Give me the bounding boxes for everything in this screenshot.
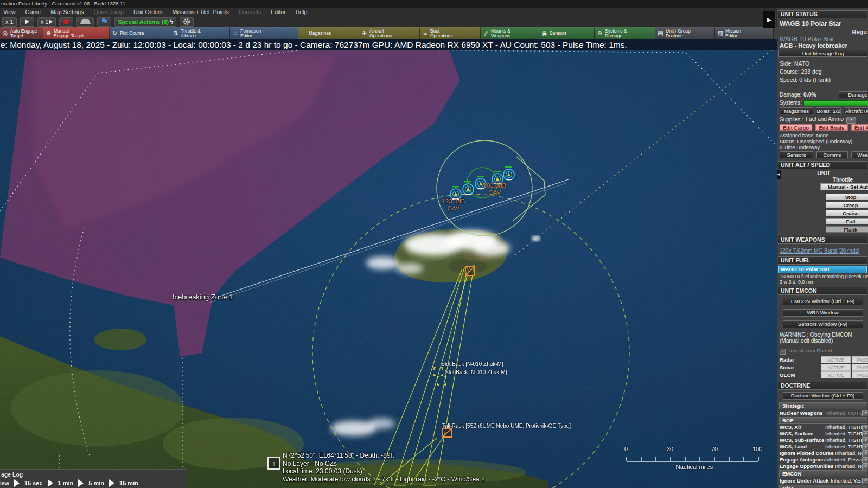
step-play-icon[interactable] <box>109 479 114 487</box>
unit-message-log-button[interactable]: Unit Message Log <box>778 50 867 57</box>
damage-value: 0.0% <box>803 91 816 98</box>
edit-aircraft-button[interactable]: Edit Aircra <box>851 124 868 131</box>
time-compression-step[interactable]: x 1 <box>37 17 56 27</box>
sensors-window-button[interactable]: Sensors Window (F9) <box>783 320 863 328</box>
throttle-flank-button[interactable]: Flank <box>826 226 868 233</box>
sensors-button[interactable]: ◉ Sensors <box>539 27 595 39</box>
hostile-facility-icon[interactable] <box>465 267 474 275</box>
emitter-label-2: Slot Back [N-010 Zhuk-M] <box>431 369 521 375</box>
boats-button[interactable]: Boats: 2/2 <box>816 107 841 114</box>
emcon-warning-1: WARNING : Obeying EMCON <box>777 332 868 338</box>
special-actions-button[interactable]: Special Actions (8) ϟ <box>114 17 176 27</box>
unit-emcon-header: UNIT EMCON <box>778 287 867 295</box>
systems-damage-button[interactable]: ⊗ Systems &Damage <box>595 27 655 39</box>
record-button[interactable] <box>59 17 73 27</box>
menu-game[interactable]: Game <box>25 9 41 15</box>
throttle-creep-button[interactable]: Creep <box>826 202 868 208</box>
throttle-label: Throttle <box>777 177 868 183</box>
step-play-icon[interactable] <box>78 479 84 487</box>
mounts-weapons-button[interactable]: ∕∕ Mounts &Weapons <box>481 27 539 39</box>
manual-engage-target-button[interactable]: ⊕ ManualEngage Target <box>43 27 110 39</box>
step-15sec[interactable]: 15 sec <box>24 480 43 486</box>
dropdown-icon[interactable]: ▼ <box>862 478 868 484</box>
view-label[interactable]: iew <box>0 480 9 486</box>
wcs-subsurface-value: Inherited, TIGHT <box>825 437 864 444</box>
menu-missions-ref-points[interactable]: Missions + Ref. Points <box>173 9 229 15</box>
magazines-button[interactable]: ≡ Magazines <box>298 27 359 39</box>
sensor-icon: ◉ <box>541 30 548 37</box>
ignore-plotted-course-label: Ignore Plotted Course <box>780 450 833 456</box>
radar-passive-button[interactable]: PASSIVE <box>852 356 868 363</box>
toolbar: x 1 x 1 Special Actions (8) ϟ <box>0 16 777 27</box>
app-window: eration Polar Liberty - Command v1.06 - … <box>0 0 868 488</box>
menu-editor[interactable]: Editor <box>271 9 285 15</box>
doctrine-window-button[interactable]: Doctrine Window (Ctrl + F9) <box>783 392 863 400</box>
step-play-icon[interactable] <box>14 479 20 487</box>
bookmark-button[interactable] <box>97 17 111 27</box>
step-1min[interactable]: 1 min <box>58 480 74 486</box>
unit-group-doctrine-button[interactable]: ▤ Unit / GroupDoctrine <box>655 27 715 39</box>
aircraft-button[interactable]: Aircraft: 0/0 <box>844 107 868 114</box>
dropdown-icon[interactable]: ▼ <box>862 410 868 416</box>
menu-view[interactable]: View <box>3 9 16 15</box>
menu-help[interactable]: Help <box>296 9 308 15</box>
emcon-window-button[interactable]: EMCON Window (Ctrl + F9) <box>783 298 863 305</box>
supplies-dropdown-icon[interactable]: ▼ <box>846 117 856 124</box>
course-label: Course: 233 deg <box>777 68 868 76</box>
inherit-checkbox[interactable]: ✓ <box>780 349 786 355</box>
mission-editor-button[interactable]: ▨ MissionEditor <box>715 27 774 39</box>
wra-window-button[interactable]: WRA Window <box>783 309 863 317</box>
time-compression-current[interactable]: x 1 <box>2 17 17 27</box>
step-15min[interactable]: 15 min <box>119 480 138 486</box>
north-arrow-icon[interactable]: ↑ <box>267 457 280 470</box>
weapon-link[interactable]: 120x 7.62mm MG Burst [20 rnds] <box>780 248 859 254</box>
inherit-label: Inherit from Parent <box>789 348 832 354</box>
edit-boats-button[interactable]: Edit Boats <box>815 124 848 131</box>
wcs-land-value: Inherited, TIGHT <box>825 444 864 450</box>
fuel-remaining: 130500.0 fuel units remaining (DieselFue… <box>777 274 868 279</box>
throttle-cruise-button[interactable]: Cruise <box>826 210 868 216</box>
unit-alt-speed-header: UNIT ALT / SPEED <box>778 161 867 169</box>
boat-operations-button[interactable]: ≈ BoatOperations <box>420 27 481 39</box>
weapons-tab-button[interactable]: Weapon <box>851 151 868 158</box>
oecm-passive-button[interactable]: PASSIVE <box>852 371 868 378</box>
throttle-full-button[interactable]: Full <box>826 218 868 224</box>
oecm-active-button[interactable]: ACTIVE <box>821 371 851 378</box>
throttle-altitude-button[interactable]: ⇅ Throttle &Altitude <box>170 27 230 39</box>
systems-label: Systems: <box>780 100 802 106</box>
formation-icon: ∴ <box>232 30 239 37</box>
map-viewport[interactable]: Icebreaking Zone 1 123.8dBCAV 103.8dBCAV… <box>0 50 777 488</box>
damage-control-button[interactable]: Damage C <box>839 91 868 98</box>
sonar-active-button[interactable]: ACTIVE <box>821 364 851 371</box>
step-5min[interactable]: 5 min <box>88 480 104 486</box>
ship-hull-icon <box>80 19 91 24</box>
edit-cargo-button[interactable]: Edit Cargo <box>780 124 812 131</box>
title-bar: eration Polar Liberty - Command v1.06 - … <box>0 0 868 8</box>
play-button[interactable] <box>20 17 34 27</box>
sensors-tab-button[interactable]: Sensors <box>780 151 813 158</box>
flag-icon <box>100 18 108 25</box>
auto-engage-target-button[interactable]: ◎ Auto EngageTarget <box>0 27 43 39</box>
throttle-stop-button[interactable]: Stop <box>826 194 868 200</box>
menu-unit-orders[interactable]: Unit Orders <box>133 9 163 15</box>
message-log-label[interactable]: age Log <box>1 471 23 478</box>
comms-tab-button[interactable]: Comms <box>816 151 848 158</box>
engage-opportunities-label: Engage Opportunities <box>780 463 833 469</box>
fuel-selected-unit[interactable]: WAGB 10 Polar Star <box>778 266 867 273</box>
map-view-button[interactable] <box>76 17 94 27</box>
throttle-manual-button[interactable]: Manual - Set Aut <box>820 183 868 190</box>
sidebar-collapse-button[interactable]: ▶ <box>763 11 776 28</box>
unit-link[interactable]: WAGB 10 Polar Star <box>780 36 834 42</box>
menu-map-settings[interactable]: Map Settings <box>50 9 84 15</box>
formation-editor-button[interactable]: ∴ FormationEditor <box>230 27 298 39</box>
step-play-icon[interactable] <box>48 479 53 487</box>
weapons-icon: ∕∕ <box>482 30 489 37</box>
radar-active-button[interactable]: ACTIVE <box>821 356 851 363</box>
dropdown-icon[interactable]: ▼ <box>862 464 868 470</box>
aircraft-operations-button[interactable]: ✈ AircraftOperations <box>359 27 420 39</box>
plot-course-button[interactable]: ↻ Plot Course <box>110 27 170 39</box>
window-title: eration Polar Liberty - Command v1.06 - … <box>1 1 125 7</box>
magazines-button[interactable]: Magazines <box>780 107 813 114</box>
settings-button[interactable] <box>180 17 194 27</box>
sonar-passive-button[interactable]: PASSIVE <box>852 364 868 371</box>
